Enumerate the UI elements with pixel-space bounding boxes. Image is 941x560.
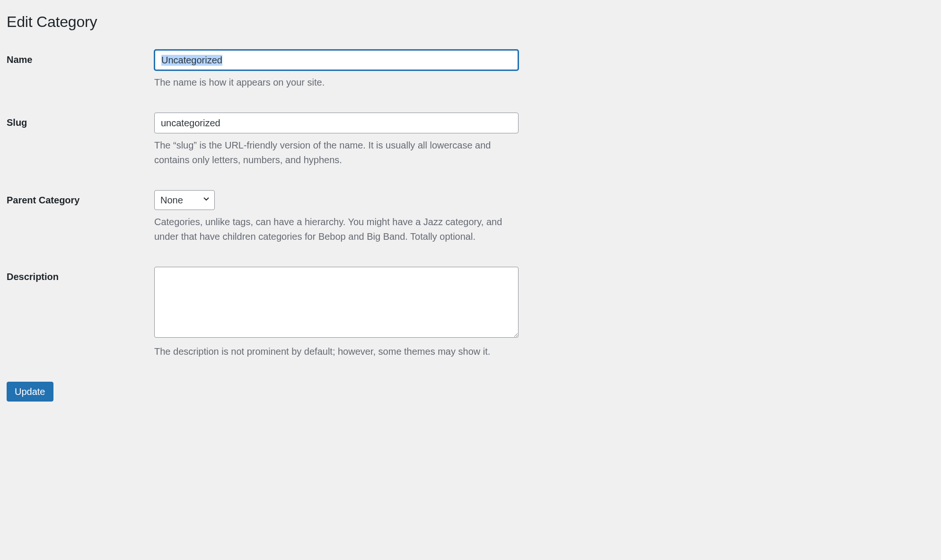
page-title: Edit Category xyxy=(7,13,934,31)
slug-help-text: The “slug” is the URL-friendly version o… xyxy=(154,138,519,167)
description-label: Description xyxy=(7,267,154,283)
update-button[interactable]: Update xyxy=(7,382,53,402)
name-label: Name xyxy=(7,50,154,66)
name-help-text: The name is how it appears on your site. xyxy=(154,75,519,90)
name-input[interactable] xyxy=(154,50,519,70)
edit-category-form: Name The name is how it appears on your … xyxy=(7,50,934,359)
field-row-parent: Parent Category None Categories, unlike … xyxy=(7,190,934,244)
description-textarea[interactable] xyxy=(154,267,519,338)
parent-help-text: Categories, unlike tags, can have a hier… xyxy=(154,215,519,244)
slug-label: Slug xyxy=(7,113,154,129)
field-row-description: Description The description is not promi… xyxy=(7,267,934,359)
parent-label: Parent Category xyxy=(7,190,154,206)
description-help-text: The description is not prominent by defa… xyxy=(154,344,519,359)
field-row-name: Name The name is how it appears on your … xyxy=(7,50,934,90)
parent-category-select[interactable]: None xyxy=(154,190,215,210)
field-row-slug: Slug The “slug” is the URL-friendly vers… xyxy=(7,113,934,167)
slug-input[interactable] xyxy=(154,113,519,133)
submit-row: Update xyxy=(7,382,934,402)
